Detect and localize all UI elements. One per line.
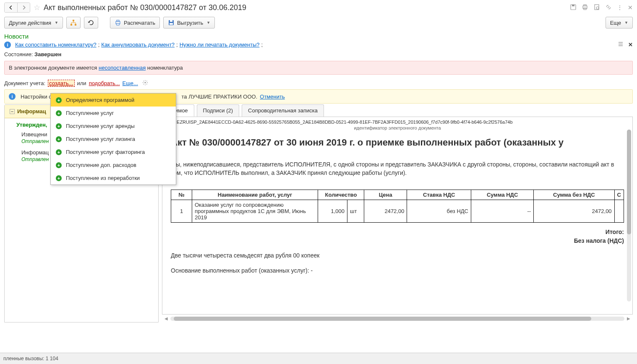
- print-button[interactable]: Распечатать: [110, 17, 160, 29]
- warning-suffix: номенклатура: [146, 65, 183, 71]
- link-icon[interactable]: [605, 4, 612, 12]
- kebab-menu-icon[interactable]: ⋮: [617, 4, 623, 11]
- report-icon[interactable]: [593, 4, 600, 12]
- hierarchy-icon: [70, 19, 77, 26]
- floppy-icon: [168, 19, 175, 26]
- warning-link[interactable]: несопоставленная: [99, 65, 146, 71]
- svg-rect-11: [117, 20, 119, 21]
- print-icon[interactable]: [582, 4, 588, 12]
- info-icon: i: [9, 93, 16, 100]
- th-vat-rate: Ставка НДС: [407, 190, 471, 200]
- other-actions-label: Другие действия: [9, 20, 51, 26]
- svg-rect-1: [572, 5, 574, 6]
- plus-icon: +: [56, 136, 62, 142]
- news-link-3[interactable]: Нужно ли печатать документы?: [180, 42, 260, 48]
- dropdown-item-services[interactable]: + Поступление услуг: [51, 107, 176, 120]
- page-title: Акт выполненных работ № 030/0000147827 о…: [44, 3, 246, 12]
- warning-bar: В электронном документе имеется несопост…: [4, 61, 633, 75]
- svg-rect-9: [75, 24, 76, 26]
- nav-forward-button[interactable]: [17, 3, 30, 12]
- export-label: Выгрузить: [177, 20, 203, 26]
- svg-rect-15: [170, 23, 173, 25]
- news-link-1[interactable]: Как сопоставить номенклатуру?: [15, 42, 97, 48]
- printer-icon: [115, 19, 121, 26]
- save-icon[interactable]: [570, 4, 577, 12]
- cell-vat-rate: без НДС: [407, 200, 471, 223]
- caret-down-icon: ▼: [206, 21, 210, 25]
- plus-icon: +: [56, 149, 62, 155]
- settings-middle: та ЛУЧШИЕ ПРАКТИКИ ООО.: [181, 94, 257, 100]
- news-link-2[interactable]: Как аннулировать документ?: [101, 42, 175, 48]
- doc-heading: Акт № 030/0000147827 от 30 июня 2019 г. …: [171, 137, 624, 148]
- tab-signatures[interactable]: Подписи (2): [197, 104, 239, 117]
- scroll-right-icon[interactable]: ▶: [627, 316, 630, 321]
- export-button[interactable]: Выгрузить ▼: [163, 17, 215, 29]
- gear-icon[interactable]: [142, 80, 148, 87]
- doc-more-link[interactable]: Еще...: [123, 80, 138, 86]
- caret-down-icon: ▼: [55, 21, 58, 25]
- total-label: Итого:: [171, 228, 624, 237]
- state-label: Состояние:: [4, 51, 33, 57]
- dropdown-item-auto[interactable]: + Определяется программой: [51, 94, 176, 107]
- th-qty: Количество: [318, 190, 364, 200]
- tab-cover-note[interactable]: Сопроводительная записка: [242, 104, 324, 117]
- cell-unit: шт: [347, 200, 364, 223]
- doc-id-line: _REZRUISP_2AE8441ECCD-0A62-4625-8690-559…: [171, 120, 624, 125]
- basis-line: Основание выполненных работ (оказанных у…: [171, 267, 624, 274]
- nav-back-button[interactable]: [5, 3, 17, 12]
- arrow-right-icon: [21, 5, 27, 10]
- svg-point-6: [596, 7, 599, 9]
- amount-words: Две тысячи четыреста семьдесят два рубля…: [171, 252, 624, 259]
- favorite-star-icon[interactable]: ☆: [34, 3, 40, 12]
- plus-icon: +: [56, 97, 62, 103]
- th-name: Наименование работ, услуг: [192, 190, 318, 200]
- close-news-icon[interactable]: ✕: [628, 42, 633, 48]
- caret-down-icon: ▼: [624, 21, 628, 25]
- collapse-icon[interactable]: −: [10, 109, 15, 114]
- svg-rect-8: [70, 24, 72, 26]
- scroll-left-icon[interactable]: ◀: [164, 316, 168, 321]
- cell-sum-no-vat: 2472,00: [534, 200, 614, 223]
- cell-vat-sum: --: [471, 200, 533, 223]
- works-table: № Наименование работ, услуг Количество Ц…: [171, 190, 624, 223]
- plus-icon: +: [56, 162, 62, 168]
- doc-label: Документ учета:: [4, 80, 45, 86]
- more-button[interactable]: Еще ▼: [606, 17, 633, 29]
- plus-icon: +: [56, 123, 62, 129]
- create-link[interactable]: создать...: [48, 80, 75, 87]
- status-text: пленные вызовы: 1 104: [3, 356, 58, 361]
- close-icon[interactable]: ✕: [628, 4, 633, 11]
- horizontal-scrollbar[interactable]: ◀ ▶: [162, 315, 633, 322]
- other-actions-button[interactable]: Другие действия ▼: [4, 17, 63, 29]
- hierarchy-button[interactable]: [66, 17, 81, 29]
- svg-point-16: [144, 82, 146, 83]
- list-icon[interactable]: [617, 41, 624, 49]
- cell-num: 1: [171, 200, 192, 223]
- refresh-button[interactable]: [84, 17, 98, 29]
- cancel-link[interactable]: Отменить: [260, 94, 285, 100]
- cell-qty: 1,000: [318, 200, 347, 223]
- th-num: №: [171, 190, 192, 200]
- cell-name: Оказание услуг по сопровождению программ…: [192, 200, 318, 223]
- document-viewer: _REZRUISP_2AE8441ECCD-0A62-4625-8690-559…: [162, 117, 633, 315]
- dropdown-item-add-expenses[interactable]: + Поступление доп. расходов: [51, 159, 176, 172]
- vertical-scrollbar[interactable]: [627, 130, 631, 302]
- doc-paragraph: Мы, нижеподписавшиеся, представитель ИСП…: [171, 161, 624, 177]
- svg-rect-3: [584, 5, 586, 6]
- dropdown-item-rent[interactable]: + Поступление услуг аренды: [51, 120, 176, 133]
- th-vat-sum: Сумма НДС: [471, 190, 533, 200]
- no-tax-label: Без налога (НДС): [171, 237, 624, 245]
- refresh-icon: [88, 19, 94, 26]
- dropdown-item-leasing[interactable]: + Поступление услуг лизинга: [51, 133, 176, 146]
- dropdown-item-factoring[interactable]: + Поступление услуг факторинга: [51, 146, 176, 159]
- or-text: или: [77, 80, 86, 86]
- left-tab-label: Информац: [17, 108, 46, 114]
- table-row: 1 Оказание услуг по сопровождению програ…: [171, 200, 624, 223]
- th-sum-no-vat: Сумма без НДС: [534, 190, 614, 200]
- pick-link[interactable]: подобрать...: [89, 80, 120, 86]
- dropdown-item-processing[interactable]: + Поступление из переработки: [51, 172, 176, 185]
- status-bar: пленные вызовы: 1 104: [0, 353, 637, 364]
- more-label: Еще: [610, 20, 621, 26]
- plus-icon: +: [56, 175, 62, 181]
- create-dropdown-menu: + Определяется программой + Поступление …: [50, 93, 176, 185]
